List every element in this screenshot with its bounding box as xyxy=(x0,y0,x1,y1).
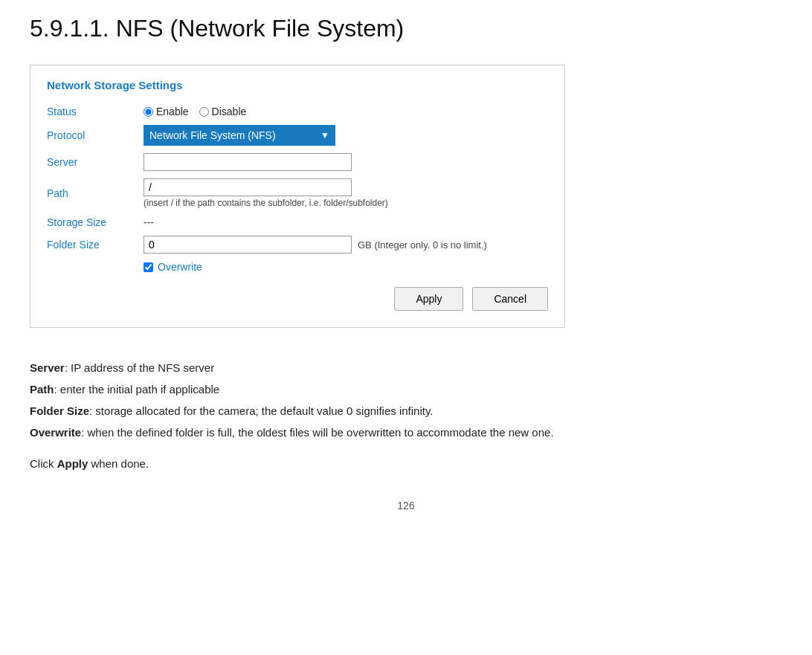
folder-size-hint: GB (Integer only. 0 is no limit.) xyxy=(358,239,487,251)
disable-label: Disable xyxy=(212,106,247,117)
protocol-label: Protocol xyxy=(47,121,144,149)
folder-size-desc-bold: Folder Size xyxy=(30,404,89,417)
folder-size-input[interactable] xyxy=(144,236,352,254)
protocol-select-wrapper[interactable]: Network File System (NFS) SMB/CIFS ▼ xyxy=(144,125,335,146)
protocol-select[interactable]: Network File System (NFS) SMB/CIFS xyxy=(145,126,316,144)
status-value: Enable Disable xyxy=(144,102,548,121)
folder-size-row: Folder Size GB (Integer only. 0 is no li… xyxy=(47,232,548,257)
page-title: 5.9.1.1. NFS (Network File System) xyxy=(30,15,782,42)
enable-radio[interactable] xyxy=(144,107,153,117)
overwrite-checkbox[interactable] xyxy=(144,262,153,272)
path-label: Path xyxy=(47,175,144,212)
folder-size-value: GB (Integer only. 0 is no limit.) xyxy=(144,232,548,257)
status-row: Status Enable Disable xyxy=(47,102,548,121)
path-input[interactable] xyxy=(144,178,352,196)
protocol-value: Network File System (NFS) SMB/CIFS ▼ xyxy=(144,121,548,149)
settings-title: Network Storage Settings xyxy=(47,79,548,91)
path-value: (insert / if the path contains the subfo… xyxy=(144,175,548,212)
path-desc-text: : enter the initial path if applicable xyxy=(54,383,220,396)
server-value xyxy=(144,149,548,175)
page-number: 126 xyxy=(30,500,782,512)
overwrite-label: Overwrite xyxy=(158,261,202,273)
settings-form: Status Enable Disable Protocol xyxy=(47,102,548,277)
overwrite-desc-bold: Overwrite xyxy=(30,426,81,439)
status-label: Status xyxy=(47,102,144,121)
storage-size-value: --- xyxy=(144,212,548,232)
server-desc: Server: IP address of the NFS server xyxy=(30,358,782,378)
overwrite-row: Overwrite xyxy=(47,257,548,277)
cancel-button[interactable]: Cancel xyxy=(472,287,548,311)
path-desc: Path: enter the initial path if applicab… xyxy=(30,379,782,399)
overwrite-empty xyxy=(47,257,144,277)
overwrite-desc-text: : when the defined folder is full, the o… xyxy=(81,426,553,439)
folder-size-desc-text: : storage allocated for the camera; the … xyxy=(89,404,433,417)
chevron-down-icon: ▼ xyxy=(316,130,334,141)
folder-size-label: Folder Size xyxy=(47,232,144,257)
disable-radio[interactable] xyxy=(199,107,209,117)
server-label: Server xyxy=(47,149,144,175)
server-desc-text: : IP address of the NFS server xyxy=(65,361,214,374)
click-apply-text: Click Apply when done. xyxy=(30,457,782,470)
enable-radio-label[interactable]: Enable xyxy=(144,106,189,117)
click-apply-bold: Apply xyxy=(57,457,88,470)
storage-size-row: Storage Size --- xyxy=(47,212,548,232)
folder-size-desc: Folder Size: storage allocated for the c… xyxy=(30,401,782,421)
server-input[interactable] xyxy=(144,153,352,171)
buttons-row: Apply Cancel xyxy=(47,287,548,311)
path-desc-bold: Path xyxy=(30,383,54,396)
path-row: Path (insert / if the path contains the … xyxy=(47,175,548,212)
click-text: Click xyxy=(30,457,57,470)
storage-size-label: Storage Size xyxy=(47,212,144,232)
settings-panel: Network Storage Settings Status Enable D… xyxy=(30,65,565,328)
server-row: Server xyxy=(47,149,548,175)
click-text2: when done. xyxy=(88,457,149,470)
protocol-row: Protocol Network File System (NFS) SMB/C… xyxy=(47,121,548,149)
server-desc-bold: Server xyxy=(30,361,65,374)
description-section: Server: IP address of the NFS server Pat… xyxy=(30,358,782,442)
overwrite-value: Overwrite xyxy=(144,257,548,277)
disable-radio-label[interactable]: Disable xyxy=(199,106,247,117)
path-hint: (insert / if the path contains the subfo… xyxy=(144,198,542,208)
overwrite-desc: Overwrite: when the defined folder is fu… xyxy=(30,422,782,442)
apply-button[interactable]: Apply xyxy=(394,287,463,311)
enable-label: Enable xyxy=(156,106,189,117)
